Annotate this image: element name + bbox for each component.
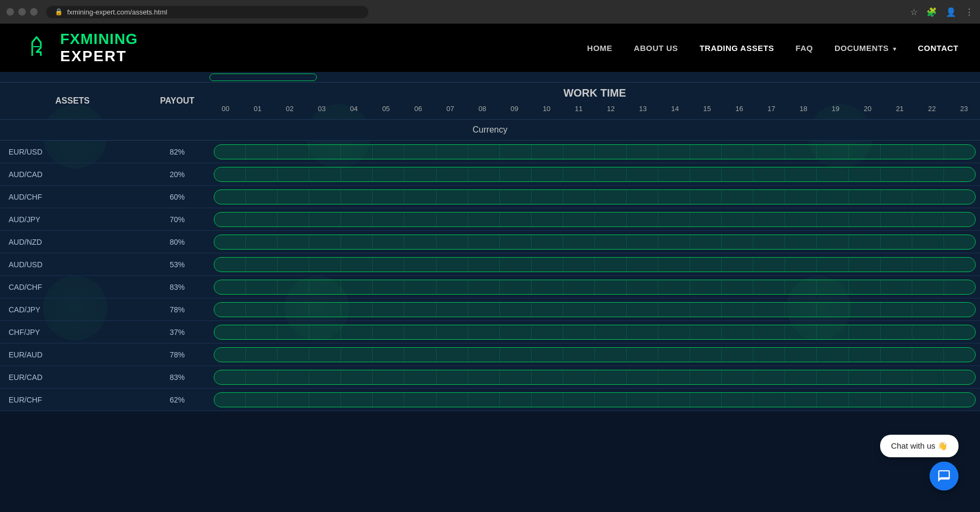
chat-widget: Chat with us 👋 — [880, 435, 959, 491]
asset-bar-area — [209, 209, 980, 230]
nav-contact[interactable]: CONTACT — [918, 43, 959, 53]
bar-fill — [214, 370, 975, 384]
bar-fill — [214, 348, 975, 362]
nav-about[interactable]: ABOUT US — [634, 43, 678, 53]
logo-text: FXMINING EXPERT — [60, 31, 138, 65]
hour-08: 08 — [466, 105, 498, 113]
asset-bar-area — [209, 186, 980, 208]
hour-10: 10 — [531, 105, 563, 113]
nav-documents[interactable]: DOCUMENTS ▾ — [834, 43, 896, 53]
hour-11: 11 — [563, 105, 595, 113]
refresh-button[interactable] — [30, 8, 38, 16]
asset-bar-area — [209, 164, 980, 185]
asset-name: AUD/NZD — [0, 233, 145, 251]
url-text: fxmining-expert.com/assets.html — [67, 8, 167, 16]
main-content: ASSETS PAYOUT WORK TIME 00 01 02 03 04 0… — [0, 72, 980, 411]
green-bar — [214, 302, 976, 317]
logo-fxmining: FXMINING — [60, 31, 138, 48]
work-time-label: WORK TIME — [209, 87, 980, 99]
asset-payout: 53% — [145, 260, 209, 269]
asset-name: AUD/CAD — [0, 166, 145, 183]
table-row: CAD/CHF 83% — [0, 276, 980, 298]
asset-bar-area — [209, 254, 980, 275]
nav-links: HOME ABOUT US TRADING ASSETS FAQ DOCUMEN… — [587, 43, 959, 53]
svg-rect-0 — [21, 32, 54, 64]
asset-payout: 83% — [145, 283, 209, 291]
asset-payout: 78% — [145, 350, 209, 359]
bar-fill — [214, 145, 975, 159]
hours-row: 00 01 02 03 04 05 06 07 08 09 10 11 12 1… — [209, 103, 980, 115]
green-bar — [214, 370, 976, 385]
hour-09: 09 — [498, 105, 531, 113]
table-row: CHF/JPY 37% — [0, 321, 980, 343]
asset-name: EUR/AUD — [0, 346, 145, 363]
asset-payout: 83% — [145, 373, 209, 382]
profile-icon[interactable]: 👤 — [946, 7, 956, 17]
hour-03: 03 — [306, 105, 338, 113]
table-row: AUD/USD 53% — [0, 253, 980, 276]
logo-expert: EXPERT — [60, 48, 138, 65]
hour-18: 18 — [787, 105, 819, 113]
back-button[interactable] — [6, 8, 14, 16]
logo-icon — [21, 32, 54, 64]
table-row: CAD/JPY 78% — [0, 298, 980, 321]
nav-home[interactable]: HOME — [587, 43, 612, 53]
bar-fill — [214, 325, 975, 339]
table-row: AUD/CHF 60% — [0, 186, 980, 208]
asset-name: AUD/CHF — [0, 188, 145, 206]
asset-bar-area — [209, 141, 980, 163]
address-bar[interactable]: 🔒 fxmining-expert.com/assets.html — [46, 6, 368, 18]
hour-23: 23 — [948, 105, 980, 113]
chat-button[interactable] — [930, 462, 959, 491]
table-row: AUD/CAD 20% — [0, 163, 980, 186]
asset-payout: 60% — [145, 193, 209, 201]
asset-name: CAD/JPY — [0, 301, 145, 318]
bookmark-icon[interactable]: ☆ — [910, 7, 918, 17]
hour-02: 02 — [274, 105, 306, 113]
green-bar — [214, 280, 976, 295]
bar-fill — [214, 303, 975, 317]
bar-fill — [214, 190, 975, 204]
bar-fill — [214, 280, 975, 294]
hour-00: 00 — [209, 105, 242, 113]
hour-01: 01 — [242, 105, 274, 113]
asset-payout: 70% — [145, 215, 209, 224]
hour-17: 17 — [756, 105, 788, 113]
browser-chrome: 🔒 fxmining-expert.com/assets.html ☆ 🧩 👤 … — [0, 0, 980, 24]
hour-05: 05 — [370, 105, 402, 113]
green-bar — [214, 392, 976, 407]
navbar: FXMINING EXPERT HOME ABOUT US TRADING AS… — [0, 24, 980, 72]
table-row: EUR/CAD 83% — [0, 366, 980, 389]
browser-toolbar: ☆ 🧩 👤 ⋮ — [910, 7, 974, 17]
asset-name: AUD/JPY — [0, 211, 145, 228]
asset-bar-area — [209, 389, 980, 411]
hour-21: 21 — [884, 105, 916, 113]
green-bar — [214, 347, 976, 362]
bar-fill — [214, 167, 975, 181]
chat-icon — [937, 469, 951, 483]
asset-bar-area — [209, 367, 980, 388]
top-partial-bar — [209, 74, 317, 81]
category-currency: Currency — [0, 120, 980, 141]
table-row: AUD/NZD 80% — [0, 231, 980, 253]
table-row: EUR/AUD 78% — [0, 343, 980, 366]
asset-bar-area — [209, 344, 980, 365]
asset-bar-area — [209, 276, 980, 298]
nav-faq[interactable]: FAQ — [796, 43, 813, 53]
menu-icon[interactable]: ⋮ — [965, 7, 974, 17]
asset-bar-area — [209, 231, 980, 253]
nav-trading-assets[interactable]: TRADING ASSETS — [700, 43, 774, 53]
green-bar — [214, 189, 976, 204]
documents-dropdown-arrow: ▾ — [893, 46, 897, 52]
table-row: EUR/CHF 62% — [0, 389, 980, 411]
extensions-icon[interactable]: 🧩 — [926, 7, 937, 17]
green-bar — [214, 325, 976, 340]
worktime-column: WORK TIME 00 01 02 03 04 05 06 07 08 09 … — [209, 87, 980, 115]
table-header: ASSETS PAYOUT WORK TIME 00 01 02 03 04 0… — [0, 83, 980, 120]
forward-button[interactable] — [18, 8, 26, 16]
hour-04: 04 — [338, 105, 370, 113]
asset-payout: 37% — [145, 328, 209, 337]
asset-payout: 20% — [145, 170, 209, 179]
hour-22: 22 — [916, 105, 948, 113]
bar-fill — [214, 213, 975, 226]
